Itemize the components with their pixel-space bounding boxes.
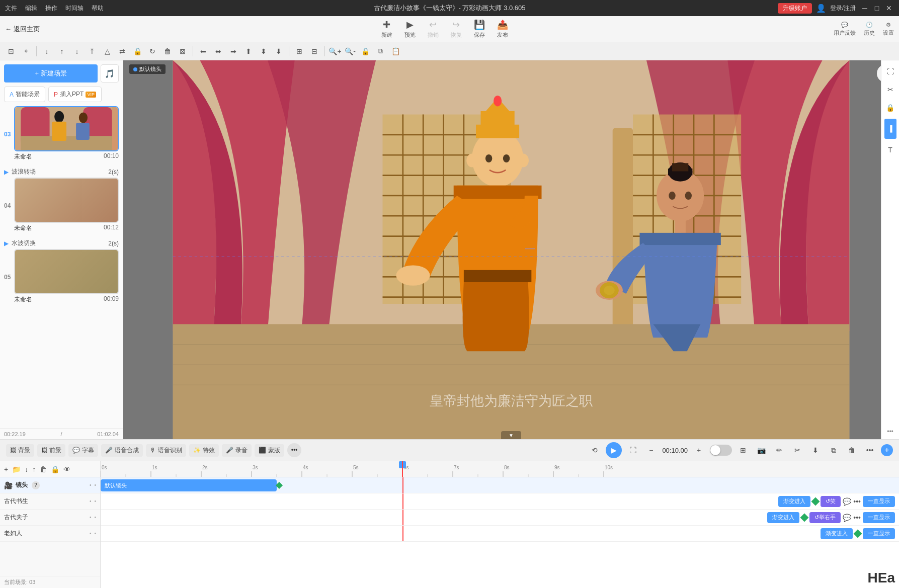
stt-tag[interactable]: 🎙 语音识别 bbox=[146, 444, 186, 457]
shusheng-more[interactable]: ••• bbox=[853, 497, 861, 506]
move-up-track[interactable]: ↑ bbox=[32, 465, 36, 473]
more-timeline[interactable]: ••• bbox=[863, 443, 877, 457]
shusheng-comment[interactable]: 💬 bbox=[843, 497, 851, 506]
zoom-in-tool[interactable]: 🔍+ bbox=[328, 44, 342, 58]
scene-item-04[interactable]: 04 未命名 00:12 bbox=[4, 178, 119, 233]
scene-item-05[interactable]: 05 未命名 00:09 bbox=[4, 249, 119, 305]
triangle-tool[interactable]: △ bbox=[100, 44, 114, 58]
text-right-button[interactable]: T bbox=[883, 143, 897, 157]
back-home-button[interactable]: ← 返回主页 bbox=[5, 25, 40, 34]
flip-tool[interactable]: ⇄ bbox=[115, 44, 129, 58]
settings-button[interactable]: ⚙ 设置 bbox=[883, 22, 894, 37]
ppt-button[interactable]: P 插入PPT VIP bbox=[48, 87, 102, 102]
subtitle-tag[interactable]: 💬 字幕 bbox=[68, 444, 98, 457]
help-icon[interactable]: ? bbox=[32, 481, 40, 489]
undo-button[interactable]: ↩ 撤销 bbox=[428, 19, 439, 39]
select-tool[interactable]: ⊡ bbox=[4, 44, 18, 58]
effects-tag[interactable]: ✨ 特效 bbox=[189, 444, 219, 457]
align-center-h-tool[interactable]: ⬌ bbox=[211, 44, 225, 58]
add-track-button[interactable]: + bbox=[4, 465, 8, 473]
collapse-canvas-button[interactable]: ▼ bbox=[501, 431, 521, 439]
dot-fuzi-2[interactable]: • bbox=[94, 515, 96, 520]
paste-tool[interactable]: 📋 bbox=[388, 44, 402, 58]
transition-item-2[interactable]: ▶ 水波切换 2(s) bbox=[4, 237, 119, 249]
scene-item-03[interactable]: 03 bbox=[4, 106, 119, 162]
zoom-in-timeline[interactable]: + bbox=[692, 443, 706, 457]
dot-laofu-1[interactable]: • bbox=[90, 531, 92, 536]
shusheng-always-show[interactable]: 一直显示 bbox=[863, 496, 895, 507]
copy-tool[interactable]: ⧉ bbox=[373, 44, 387, 58]
new-button[interactable]: ✚ 新建 bbox=[381, 19, 392, 39]
menu-file[interactable]: 文件 bbox=[5, 4, 17, 13]
split-timeline[interactable]: ✂ bbox=[790, 443, 804, 457]
scene-thumbnail-04[interactable] bbox=[14, 178, 119, 223]
login-label[interactable]: 登录/注册 bbox=[830, 4, 856, 13]
dot-btn-1[interactable]: • bbox=[90, 482, 92, 488]
fit-timeline[interactable]: ⊞ bbox=[736, 443, 750, 457]
fuzi-action-1[interactable]: 渐变进入 bbox=[767, 512, 799, 523]
ai-scene-button[interactable]: A 智能场景 bbox=[4, 87, 45, 102]
redo-button[interactable]: ↪ 恢复 bbox=[451, 19, 462, 39]
distribute-h-tool[interactable]: ⊞ bbox=[292, 44, 306, 58]
fuzi-always-show[interactable]: 一直显示 bbox=[863, 512, 895, 523]
lock-track[interactable]: 🔒 bbox=[51, 465, 59, 473]
menu-bar[interactable]: 文件 编辑 操作 时间轴 帮助 bbox=[5, 4, 104, 13]
shusheng-sub-1[interactable]: ↺ 笑 bbox=[821, 496, 841, 507]
lock-right-button[interactable]: 🔒 bbox=[883, 101, 897, 115]
scissors-button[interactable]: ✂ bbox=[883, 82, 897, 97]
preview-button[interactable]: ▶ 预览 bbox=[404, 19, 416, 39]
more-right-button[interactable]: ••• bbox=[887, 428, 893, 435]
folder-button[interactable]: 📁 bbox=[12, 465, 21, 473]
filter-timeline[interactable]: ⬇ bbox=[808, 443, 823, 457]
music-button[interactable]: 🎵 bbox=[101, 64, 119, 82]
fullscreen-button[interactable]: ⛶ bbox=[883, 64, 897, 78]
align-left-tool[interactable]: ⬅ bbox=[196, 44, 210, 58]
delete-tool[interactable]: 🗑 bbox=[160, 44, 175, 58]
pointer-tool[interactable]: ⌖ bbox=[19, 44, 33, 58]
distribute-v-tool[interactable]: ⊟ bbox=[307, 44, 321, 58]
record-tag[interactable]: 🎤 录音 bbox=[222, 444, 252, 457]
menu-operate[interactable]: 操作 bbox=[45, 4, 57, 13]
dot-btn-2[interactable]: • bbox=[94, 482, 96, 488]
mask-tag[interactable]: ⬛ 蒙版 bbox=[255, 444, 284, 457]
play-button[interactable]: ▶ bbox=[606, 442, 622, 458]
camera-block[interactable]: 默认镜头 bbox=[101, 479, 277, 491]
fuzi-more[interactable]: ••• bbox=[853, 514, 861, 522]
lock-tool[interactable]: 🔒 bbox=[130, 44, 144, 58]
scene-thumbnail-05[interactable] bbox=[14, 249, 119, 294]
upgrade-button[interactable]: 升级账户 bbox=[778, 3, 812, 14]
fullscreen-play-button[interactable]: ⛶ bbox=[626, 443, 640, 457]
dot-fuzi-1[interactable]: • bbox=[90, 515, 92, 520]
more-tags-button[interactable]: ••• bbox=[287, 443, 301, 457]
add-timeline-button[interactable]: + bbox=[881, 444, 893, 456]
laofu-action-1[interactable]: 渐变进入 bbox=[821, 528, 853, 539]
dot-shusheng-1[interactable]: • bbox=[90, 498, 92, 504]
scene-canvas[interactable]: 一 皇帝封他为廉洁守为匠之职 bbox=[123, 60, 899, 439]
zoom-out-timeline[interactable]: − bbox=[644, 443, 658, 457]
publish-button[interactable]: 📤 发布 bbox=[497, 19, 508, 39]
move-down-tool[interactable]: ↓ bbox=[70, 44, 84, 58]
move-up-tool[interactable]: ↑ bbox=[55, 44, 69, 58]
edit-timeline[interactable]: ✏ bbox=[772, 443, 786, 457]
eye-track[interactable]: 👁 bbox=[63, 465, 70, 473]
fg-tag[interactable]: 🖼 前景 bbox=[37, 444, 65, 457]
feedback-button[interactable]: 💬 用户反馈 bbox=[834, 22, 856, 37]
align-right-tool[interactable]: ➡ bbox=[226, 44, 240, 58]
fuzi-sub-1[interactable]: ↺ 举右手 bbox=[809, 512, 841, 523]
move-down-track[interactable]: ↓ bbox=[25, 465, 28, 473]
new-scene-button[interactable]: + 新建场景 bbox=[4, 64, 98, 82]
menu-edit[interactable]: 编辑 bbox=[25, 4, 37, 13]
align-center-v-tool[interactable]: ⬍ bbox=[257, 44, 271, 58]
align-top-tool[interactable]: ⬆ bbox=[241, 44, 256, 58]
camera-capture[interactable]: 📷 bbox=[754, 443, 768, 457]
dot-laofu-2[interactable]: • bbox=[94, 531, 96, 536]
maximize-button[interactable]: □ bbox=[872, 3, 882, 13]
delete-timeline[interactable]: 🗑 bbox=[845, 443, 859, 457]
move-top-tool[interactable]: ⤒ bbox=[85, 44, 99, 58]
crop-tool[interactable]: ⊠ bbox=[176, 44, 190, 58]
close-button[interactable]: ✕ bbox=[884, 3, 894, 13]
download-tool[interactable]: ↓ bbox=[40, 44, 54, 58]
history-button[interactable]: 🕐 历史 bbox=[864, 22, 875, 37]
shusheng-action-1[interactable]: 渐变进入 bbox=[778, 496, 810, 507]
scene-thumbnail-03[interactable] bbox=[14, 106, 119, 151]
